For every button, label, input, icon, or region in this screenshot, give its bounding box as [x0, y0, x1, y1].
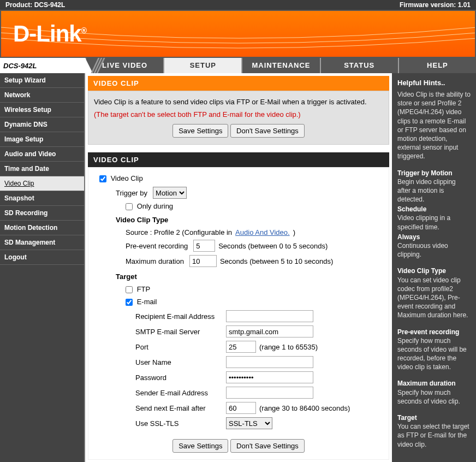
main-content: VIDEO CLIP Video Clip is a feature to se…: [85, 73, 392, 462]
sidebar-item-image-setup[interactable]: Image Setup: [0, 132, 84, 147]
intro-box: Video Clip is a feature to send video cl…: [88, 91, 389, 145]
port-label: Port: [135, 343, 223, 351]
hints-motion-head: Trigger by Motion: [397, 169, 471, 177]
sidebar-item-sd-management[interactable]: SD Management: [0, 235, 84, 250]
form-area: Video Clip Trigger by Motion Only during…: [88, 167, 389, 460]
product-label: Product: DCS-942L: [5, 1, 65, 9]
trigger-by-label: Trigger by: [116, 189, 147, 197]
audio-video-link[interactable]: Audio And Video.: [235, 228, 290, 236]
hints-target-text: You can select the target as FTP or E-ma…: [397, 423, 469, 448]
tab-setup[interactable]: SETUP: [163, 58, 241, 73]
ssl-select[interactable]: SSL-TLS: [226, 417, 272, 429]
target-header: Target: [116, 273, 378, 281]
intro-text: Video Clip is a feature to send video cl…: [94, 98, 383, 106]
hints-sched-head: Schedule: [397, 205, 471, 214]
sidebar-item-dynamic-dns[interactable]: Dynamic DNS: [0, 117, 84, 132]
topbar: Product: DCS-942L Firmware version: 1.01: [0, 0, 476, 10]
ftp-label: FTP: [137, 285, 151, 293]
max-duration-input[interactable]: [189, 255, 217, 267]
hints-type-text: You can set video clip codec from profil…: [397, 276, 468, 319]
sidebar-item-wireless-setup[interactable]: Wireless Setup: [0, 103, 84, 117]
intro-warning: (The target can't be select both FTP and…: [94, 110, 383, 119]
username-label: User Name: [135, 358, 223, 366]
hints-motion-text: Begin video clipping after a motion is d…: [397, 178, 456, 203]
dont-save-button-top[interactable]: Don't Save Settings: [230, 124, 305, 138]
source-close: ): [293, 228, 295, 236]
sidebar-item-network[interactable]: Network: [0, 88, 84, 103]
recipient-label: Recipient E-mail Address: [135, 312, 223, 321]
sidebar-item-time-and-date[interactable]: Time and Date: [0, 162, 84, 176]
smtp-input[interactable]: [226, 325, 313, 337]
sender-input[interactable]: [226, 387, 313, 399]
hints-intro: Video Clip is the ability to store or se…: [397, 90, 471, 161]
source-text: Source : Profile 2 (Configurable in: [126, 228, 232, 236]
save-button-top[interactable]: Save Settings: [172, 124, 228, 138]
banner: D-Link®: [0, 10, 476, 58]
username-input[interactable]: [226, 356, 313, 368]
max-duration-label: Maximum duration: [126, 257, 184, 265]
tab-maintenance[interactable]: MAINTENANCE: [241, 58, 319, 73]
only-during-label: Only during: [137, 202, 173, 210]
recipient-input[interactable]: [226, 310, 313, 322]
port-range: (range 1 to 65535): [259, 343, 318, 351]
hints-title: Helpful Hints..: [397, 79, 471, 87]
sidebar-item-audio-and-video[interactable]: Audio and Video: [0, 147, 84, 162]
send-next-input[interactable]: [226, 402, 256, 414]
sender-label: Sender E-mail Address: [135, 389, 223, 397]
sidebar-item-motion-detection[interactable]: Motion Detection: [0, 221, 84, 235]
page-header: VIDEO CLIP: [88, 76, 389, 91]
sidebar-item-sd-recording[interactable]: SD Recording: [0, 206, 84, 221]
hints-panel: Helpful Hints.. Video Clip is the abilit…: [392, 73, 476, 462]
firmware-label: Firmware version: 1.01: [400, 1, 471, 9]
only-during-checkbox[interactable]: [126, 203, 133, 210]
smtp-label: SMTP E-mail Server: [135, 328, 223, 336]
section-header: VIDEO CLIP: [88, 152, 389, 167]
video-clip-checkbox[interactable]: [99, 175, 106, 182]
hints-target-head: Target: [397, 413, 471, 422]
sidebar-item-video-clip[interactable]: Video Clip: [0, 176, 84, 191]
email-label: E-mail: [137, 298, 157, 306]
pre-event-suffix: Seconds (between 0 to 5 seconds): [218, 242, 328, 250]
password-label: Password: [135, 374, 223, 382]
password-input[interactable]: [226, 371, 313, 383]
send-next-label: Send next E-mail after: [135, 404, 223, 412]
hints-always-head: Always: [397, 233, 471, 241]
hints-max-text: Specify how much seconds of video clip.: [397, 389, 460, 405]
hints-sched-text: Video clipping in a specified time.: [397, 214, 450, 230]
hints-pre-head: Pre-event recording: [397, 328, 471, 336]
tab-bar: DCS-942L LIVE VIDEO SETUP MAINTENANCE ST…: [0, 58, 476, 73]
dlink-logo: D-Link®: [13, 21, 86, 47]
port-input[interactable]: [226, 341, 256, 353]
video-clip-type-header: Video Clip Type: [116, 216, 378, 224]
ftp-checkbox[interactable]: [126, 286, 133, 293]
model-tag: DCS-942L: [0, 58, 85, 73]
hints-always-text: Continuous video clipping.: [397, 242, 448, 258]
pre-event-input[interactable]: [193, 240, 215, 252]
max-duration-suffix: Seconds (between 5 to 10 seconds): [220, 257, 333, 265]
email-checkbox[interactable]: [126, 299, 133, 306]
trigger-by-select[interactable]: Motion: [153, 187, 187, 199]
pre-event-label: Pre-event recording: [126, 242, 188, 250]
sidebar-item-setup-wizard[interactable]: Setup Wizard: [0, 73, 84, 88]
tab-status[interactable]: STATUS: [320, 58, 398, 73]
save-button-bottom[interactable]: Save Settings: [172, 439, 228, 453]
ssl-label: Use SSL-TLS: [135, 419, 223, 428]
tab-help[interactable]: HELP: [398, 58, 476, 73]
sidebar-item-logout[interactable]: Logout: [0, 250, 84, 265]
sidebar: Setup Wizard Network Wireless Setup Dyna…: [0, 73, 85, 462]
send-next-range: (range 30 to 86400 seconds): [259, 404, 350, 412]
hints-pre-text: Specify how much seconds of video will b…: [397, 337, 467, 371]
sidebar-item-snapshot[interactable]: Snapshot: [0, 191, 84, 206]
hints-max-head: Maximum duration: [397, 379, 471, 388]
dont-save-button-bottom[interactable]: Don't Save Settings: [230, 439, 305, 453]
video-clip-label: Video Clip: [111, 174, 143, 182]
hints-type-head: Video Clip Type: [397, 266, 471, 275]
